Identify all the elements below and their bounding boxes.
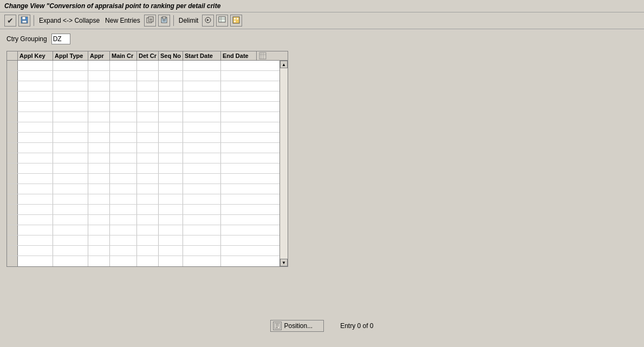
table-cell-seq-no[interactable] bbox=[159, 194, 183, 204]
table-cell-main-cr[interactable] bbox=[110, 91, 137, 101]
position-button[interactable]: Position... bbox=[270, 320, 324, 332]
table-cell-det-cr[interactable] bbox=[137, 81, 159, 91]
table-row[interactable] bbox=[7, 194, 279, 205]
table-cell-det-cr[interactable] bbox=[137, 256, 159, 266]
table-cell-start-date[interactable] bbox=[183, 91, 221, 101]
table-cell-appl-type[interactable] bbox=[53, 225, 88, 235]
table-cell-appl-type[interactable] bbox=[53, 61, 88, 70]
table-cell-start-date[interactable] bbox=[183, 71, 221, 81]
table-cell-appr[interactable] bbox=[88, 61, 110, 70]
table-cell-seq-no[interactable] bbox=[159, 143, 183, 153]
table-cell-main-cr[interactable] bbox=[110, 235, 137, 245]
table-cell-end-date[interactable] bbox=[221, 235, 256, 245]
table-row[interactable] bbox=[7, 143, 279, 153]
table-cell-det-cr[interactable] bbox=[137, 91, 159, 101]
table-cell-appr[interactable] bbox=[88, 235, 110, 245]
table-cell-main-cr[interactable] bbox=[110, 71, 137, 81]
table-cell-appl-key[interactable] bbox=[18, 122, 53, 132]
table-cell-main-cr[interactable] bbox=[110, 256, 137, 266]
table-cell-appr[interactable] bbox=[88, 112, 110, 122]
table-cell-appl-type[interactable] bbox=[53, 122, 88, 132]
table-cell-main-cr[interactable] bbox=[110, 163, 137, 173]
ctry-grouping-input[interactable] bbox=[51, 34, 70, 44]
table-row[interactable] bbox=[7, 91, 279, 102]
table-cell-appl-key[interactable] bbox=[18, 81, 53, 91]
table-cell-seq-no[interactable] bbox=[159, 153, 183, 163]
table-cell-appr[interactable] bbox=[88, 246, 110, 256]
table-cell-appr[interactable] bbox=[88, 163, 110, 173]
table-cell-appl-key[interactable] bbox=[18, 256, 53, 266]
table-cell-appl-key[interactable] bbox=[18, 215, 53, 225]
table-cell-start-date[interactable] bbox=[183, 256, 221, 266]
table-cell-appl-key[interactable] bbox=[18, 153, 53, 163]
table-cell-start-date[interactable] bbox=[183, 205, 221, 214]
table-row[interactable] bbox=[7, 205, 279, 215]
table-cell-appr[interactable] bbox=[88, 225, 110, 235]
table-cell-seq-no[interactable] bbox=[159, 81, 183, 91]
table-cell-end-date[interactable] bbox=[221, 246, 256, 256]
table-cell-det-cr[interactable] bbox=[137, 215, 159, 225]
table-cell-end-date[interactable] bbox=[221, 61, 256, 70]
table-cell-start-date[interactable] bbox=[183, 102, 221, 112]
table-cell-det-cr[interactable] bbox=[137, 235, 159, 245]
table-cell-appl-key[interactable] bbox=[18, 174, 53, 184]
table-cell-start-date[interactable] bbox=[183, 194, 221, 204]
table-cell-start-date[interactable] bbox=[183, 225, 221, 235]
table-cell-start-date[interactable] bbox=[183, 122, 221, 132]
table-cell-appr[interactable] bbox=[88, 102, 110, 112]
table-cell-end-date[interactable] bbox=[221, 122, 256, 132]
table-cell-appr[interactable] bbox=[88, 174, 110, 184]
table-cell-main-cr[interactable] bbox=[110, 102, 137, 112]
table-cell-appr[interactable] bbox=[88, 205, 110, 214]
table-cell-end-date[interactable] bbox=[221, 91, 256, 101]
table-cell-end-date[interactable] bbox=[221, 225, 256, 235]
table-cell-start-date[interactable] bbox=[183, 163, 221, 173]
table-cell-appl-type[interactable] bbox=[53, 143, 88, 153]
table-cell-appr[interactable] bbox=[88, 184, 110, 194]
table-cell-appr[interactable] bbox=[88, 143, 110, 153]
table-cell-seq-no[interactable] bbox=[159, 91, 183, 101]
table-cell-start-date[interactable] bbox=[183, 246, 221, 256]
table-cell-appl-key[interactable] bbox=[18, 235, 53, 245]
table-cell-det-cr[interactable] bbox=[137, 112, 159, 122]
table-cell-end-date[interactable] bbox=[221, 112, 256, 122]
table-row[interactable] bbox=[7, 102, 279, 112]
settings-button[interactable] bbox=[230, 15, 242, 27]
table-cell-end-date[interactable] bbox=[221, 194, 256, 204]
table-cell-main-cr[interactable] bbox=[110, 61, 137, 70]
table-cell-appr[interactable] bbox=[88, 256, 110, 266]
table-cell-det-cr[interactable] bbox=[137, 122, 159, 132]
table-cell-main-cr[interactable] bbox=[110, 153, 137, 163]
table-cell-appl-key[interactable] bbox=[18, 61, 53, 70]
table-cell-appl-type[interactable] bbox=[53, 205, 88, 214]
table-cell-end-date[interactable] bbox=[221, 256, 256, 266]
table-cell-main-cr[interactable] bbox=[110, 143, 137, 153]
table-cell-start-date[interactable] bbox=[183, 61, 221, 70]
table-row[interactable] bbox=[7, 71, 279, 81]
table-cell-seq-no[interactable] bbox=[159, 102, 183, 112]
table-cell-appl-type[interactable] bbox=[53, 215, 88, 225]
column-settings-icon[interactable] bbox=[256, 51, 268, 60]
table-cell-end-date[interactable] bbox=[221, 143, 256, 153]
table-cell-seq-no[interactable] bbox=[159, 205, 183, 214]
table-cell-start-date[interactable] bbox=[183, 174, 221, 184]
table-cell-det-cr[interactable] bbox=[137, 225, 159, 235]
table-row[interactable] bbox=[7, 122, 279, 133]
table-cell-appl-type[interactable] bbox=[53, 133, 88, 142]
table-cell-seq-no[interactable] bbox=[159, 215, 183, 225]
table-cell-appl-type[interactable] bbox=[53, 91, 88, 101]
table-cell-seq-no[interactable] bbox=[159, 246, 183, 256]
table-cell-main-cr[interactable] bbox=[110, 205, 137, 214]
table-cell-appl-type[interactable] bbox=[53, 153, 88, 163]
table-cell-appr[interactable] bbox=[88, 194, 110, 204]
table-cell-det-cr[interactable] bbox=[137, 184, 159, 194]
table-cell-appr[interactable] bbox=[88, 71, 110, 81]
table-cell-seq-no[interactable] bbox=[159, 133, 183, 142]
table-cell-main-cr[interactable] bbox=[110, 122, 137, 132]
table-cell-appl-key[interactable] bbox=[18, 112, 53, 122]
vertical-scrollbar[interactable]: ▲ ▼ bbox=[279, 61, 288, 266]
table-cell-det-cr[interactable] bbox=[137, 174, 159, 184]
table-cell-main-cr[interactable] bbox=[110, 194, 137, 204]
table-cell-main-cr[interactable] bbox=[110, 225, 137, 235]
table-cell-end-date[interactable] bbox=[221, 184, 256, 194]
